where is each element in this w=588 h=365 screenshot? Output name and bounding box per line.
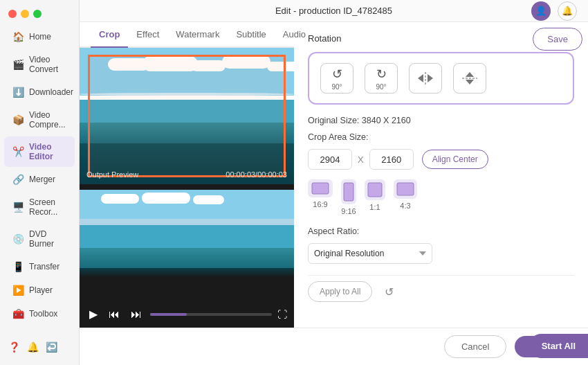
output-preview bbox=[80, 184, 294, 301]
rotate-cw-icon: ↻ bbox=[376, 66, 387, 82]
progress-bar[interactable] bbox=[150, 313, 272, 316]
sidebar: 🏠 Home 🎬 Video Convert ⬇️ Downloader 📦 V… bbox=[0, 0, 80, 365]
sidebar-label-toolbox: Toolbox bbox=[29, 309, 57, 319]
apply-row: Apply to All ↺ bbox=[308, 281, 574, 302]
sidebar-item-transfer[interactable]: 📱 Transfer bbox=[4, 256, 75, 278]
sidebar-item-home[interactable]: 🏠 Home bbox=[4, 26, 75, 48]
sidebar-item-video-compress[interactable]: 📦 Video Compre... bbox=[4, 105, 75, 135]
maximize-button[interactable] bbox=[33, 10, 42, 18]
original-size-row: Original Size: 3840 X 2160 bbox=[308, 116, 574, 125]
close-button[interactable] bbox=[8, 10, 17, 18]
crop-width-input[interactable] bbox=[308, 149, 352, 170]
sidebar-label-video-compress: Video Compre... bbox=[29, 110, 66, 130]
sidebar-item-merger[interactable]: 🔗 Merger bbox=[4, 168, 75, 190]
aspect-icon-9-16 bbox=[341, 179, 356, 204]
crop-height-input[interactable] bbox=[369, 149, 414, 170]
aspect-label-16-9: 16:9 bbox=[313, 200, 327, 208]
sidebar-item-screen-record[interactable]: 🖥️ Screen Recor... bbox=[4, 192, 75, 222]
refresh-icon[interactable]: ↩️ bbox=[46, 341, 57, 353]
play-button[interactable]: ▶ bbox=[86, 306, 100, 322]
svg-marker-5 bbox=[466, 80, 474, 84]
rotate-cw-button[interactable]: ↻ 90° bbox=[365, 63, 398, 94]
sidebar-item-dvd-burner[interactable]: 💿 DVD Burner bbox=[4, 224, 75, 254]
next-frame-button[interactable]: ⏭ bbox=[128, 307, 145, 322]
aspect-ratio-row: Aspect Ratio: Original Resolution 16:9 9… bbox=[308, 226, 574, 264]
sidebar-item-video-convert[interactable]: 🎬 Video Convert bbox=[4, 49, 75, 80]
crop-area-label: Crop Area Size: bbox=[308, 132, 574, 142]
apply-to-all-button[interactable]: Apply to All bbox=[308, 281, 372, 302]
crop-overlay[interactable] bbox=[88, 55, 286, 177]
sidebar-item-player[interactable]: ▶️ Player bbox=[4, 279, 75, 301]
svg-marker-4 bbox=[466, 72, 474, 77]
sidebar-label-player: Player bbox=[29, 285, 53, 295]
flip-horizontal-button[interactable] bbox=[409, 63, 442, 94]
progress-fill bbox=[150, 313, 187, 316]
aspect-presets: 16:9 9:16 bbox=[308, 179, 574, 215]
aspect-icon-4-3 bbox=[394, 179, 417, 199]
help-icon[interactable]: ❓ bbox=[8, 341, 20, 353]
notification-bell[interactable]: 🔔 bbox=[558, 1, 577, 21]
top-right-actions: Save bbox=[527, 22, 588, 56]
video-preview-top: Output Preview 00:00:03/00:00:03 bbox=[80, 48, 294, 184]
screen-record-icon: 🖥️ bbox=[12, 202, 24, 213]
rotate-ccw-icon: ↺ bbox=[332, 66, 342, 82]
sidebar-label-merger: Merger bbox=[29, 175, 55, 184]
video-compress-icon: 📦 bbox=[12, 114, 24, 125]
align-center-button[interactable]: Align Center bbox=[422, 150, 488, 169]
svg-rect-7 bbox=[344, 183, 353, 201]
editor-area: Crop Effect Watermark Subtitle Audio bbox=[80, 22, 588, 328]
aspect-preset-9-16[interactable]: 9:16 bbox=[341, 179, 356, 215]
topbar: Edit - production ID_4782485 👤 🔔 bbox=[80, 0, 588, 22]
tab-watermark[interactable]: Watermark bbox=[167, 22, 228, 46]
start-all-button[interactable]: Start All bbox=[529, 334, 588, 358]
flip-h-icon bbox=[418, 72, 433, 84]
fullscreen-button[interactable]: ⛶ bbox=[277, 309, 287, 320]
tab-effect[interactable]: Effect bbox=[128, 22, 167, 46]
bottom-bar: Cancel Save Start All bbox=[80, 328, 588, 365]
main-content: Edit - production ID_4782485 👤 🔔 Crop Ef… bbox=[80, 0, 588, 365]
svg-marker-1 bbox=[418, 74, 423, 82]
home-icon: 🏠 bbox=[12, 31, 24, 42]
rotate-ccw-button[interactable]: ↺ 90° bbox=[320, 63, 353, 94]
sidebar-item-toolbox[interactable]: 🧰 Toolbox bbox=[4, 303, 75, 325]
sidebar-label-transfer: Transfer bbox=[29, 262, 59, 271]
rotation-box: ↺ 90° ↻ 90° bbox=[308, 52, 574, 105]
svg-marker-2 bbox=[428, 74, 433, 82]
sidebar-label-video-convert: Video Convert bbox=[29, 55, 66, 74]
tabs: Crop Effect Watermark Subtitle Audio bbox=[80, 22, 294, 48]
merger-icon: 🔗 bbox=[12, 174, 24, 185]
video-convert-icon: 🎬 bbox=[12, 59, 24, 70]
notification-icon[interactable]: 🔔 bbox=[27, 341, 39, 353]
toolbox-icon: 🧰 bbox=[12, 308, 24, 319]
transfer-icon: 📱 bbox=[12, 261, 24, 272]
aspect-icon-1-1 bbox=[365, 179, 385, 200]
cancel-button[interactable]: Cancel bbox=[444, 335, 506, 358]
divider bbox=[308, 275, 574, 276]
aspect-ratio-select[interactable]: Original Resolution 16:9 9:16 4:3 1:1 Cu… bbox=[308, 243, 432, 264]
tab-crop[interactable]: Crop bbox=[91, 22, 128, 46]
aspect-label-1-1: 1:1 bbox=[369, 203, 380, 211]
sidebar-item-video-editor[interactable]: ✂️ Video Editor bbox=[4, 136, 75, 167]
flip-v-icon bbox=[462, 72, 477, 84]
reset-button[interactable]: ↺ bbox=[379, 282, 398, 301]
crop-size-row: X Align Center bbox=[308, 149, 574, 170]
aspect-label-4-3: 4:3 bbox=[400, 202, 410, 210]
flip-vertical-button[interactable] bbox=[453, 63, 486, 94]
output-video-frame bbox=[80, 184, 294, 301]
sidebar-item-downloader[interactable]: ⬇️ Downloader bbox=[4, 81, 75, 103]
sidebar-label-screen-record: Screen Recor... bbox=[29, 197, 66, 217]
tab-subtitle[interactable]: Subtitle bbox=[228, 22, 274, 46]
preview-time: 00:00:03/00:00:03 bbox=[226, 170, 287, 179]
prev-frame-button[interactable]: ⏮ bbox=[106, 307, 122, 322]
aspect-preset-1-1[interactable]: 1:1 bbox=[365, 179, 385, 215]
svg-rect-6 bbox=[312, 183, 329, 194]
aspect-preset-4-3[interactable]: 4:3 bbox=[394, 179, 417, 215]
user-avatar[interactable]: 👤 bbox=[531, 1, 551, 21]
aspect-preset-16-9[interactable]: 16:9 bbox=[308, 179, 333, 215]
sidebar-label-home: Home bbox=[29, 32, 51, 42]
save-top-button[interactable]: Save bbox=[533, 28, 582, 51]
player-icon: ▶️ bbox=[12, 285, 24, 296]
window-title: Edit - production ID_4782485 bbox=[275, 6, 392, 16]
minimize-button[interactable] bbox=[21, 10, 29, 18]
sidebar-bottom: ❓ 🔔 ↩️ bbox=[0, 335, 79, 359]
